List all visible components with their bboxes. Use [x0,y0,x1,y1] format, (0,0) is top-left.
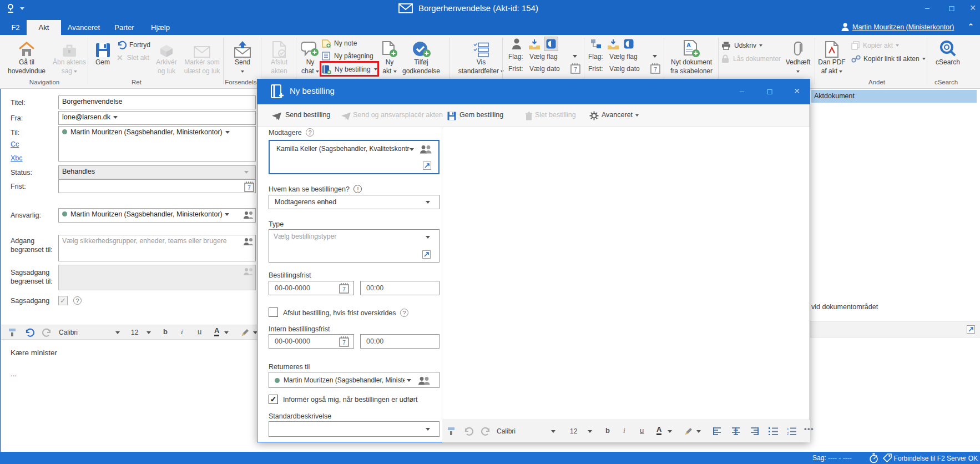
dialog-undo-icon[interactable] [463,427,473,436]
type-expand-icon[interactable] [422,250,431,259]
retur-field[interactable]: Martin Mouritzen (Sagsbehandler, Ministe… [269,372,440,388]
archive-and-close-button[interactable]: Arkivérog luk [151,37,182,85]
dialog-close[interactable]: ✕ [789,84,805,98]
new-document-from-template-button[interactable]: A Nyt dokumentfra skabeloner [666,37,717,85]
informer-checkbox[interactable]: ✓ [269,395,278,404]
size-caret[interactable] [147,331,151,334]
save-request-button[interactable]: Gem bestilling [459,111,503,119]
dialog-format-brush-icon[interactable] [447,427,456,436]
flag-value-2[interactable]: Vælg flag [609,53,638,60]
minimize-button[interactable]: – [919,1,936,14]
standard-dropdown[interactable] [269,421,440,437]
ansvarlig-person-icon[interactable] [243,211,254,219]
quick-access-caret[interactable] [20,7,24,10]
tab-hjaelp[interactable]: Hjælp [144,20,176,35]
copy-record-button[interactable]: Kopiér akt [851,39,899,52]
titel-field[interactable]: Borgerhenvendelse [58,95,256,109]
dialog-minimize[interactable]: – [734,84,750,98]
flag-caret-1[interactable] [573,55,577,58]
undo-icon-editor[interactable] [24,328,34,337]
modtagere-field[interactable]: Kamilla Keller (Sagsbehandler, Kvalitets… [269,140,440,174]
fra-field[interactable]: lone@larsen.dk [58,111,256,125]
expand-preview-icon[interactable] [967,325,975,334]
flag-toggle-pressed[interactable] [544,37,558,51]
quick-access-icon[interactable] [6,3,16,13]
advanced-button[interactable]: Avanceret [602,111,639,119]
calendar-icon-1[interactable]: 7 [570,63,580,74]
dialog-maximize[interactable]: ◻ [761,84,778,98]
tab-akt[interactable]: Akt [27,20,61,35]
font-color-caret[interactable] [224,331,229,334]
afslut-checkbox[interactable] [269,307,278,317]
intern-date-field[interactable]: 00-00-0000 7 [269,334,354,349]
til-field[interactable]: Martin Mouritzen (Sagsbehandler, Ministe… [58,126,256,162]
tag-icon[interactable] [883,453,892,462]
type-field[interactable]: Vælg bestillingstyper [269,229,440,263]
send-request-button[interactable]: Send bestilling [285,111,330,119]
sagsadgang-checkbox[interactable]: ✓ [58,296,68,305]
calendar-icon-2[interactable]: 7 [650,63,660,74]
go-to-main-window-button[interactable]: Gå tilhovedvindue [3,37,50,85]
send-button[interactable]: Send [226,37,259,85]
add-approval-button[interactable]: Tilføjgodkendelse [401,37,442,85]
frist-time-field[interactable]: 00:00 [360,281,440,295]
lock-documents-button[interactable]: Lås dokumenter [721,53,781,65]
more-tools-button[interactable]: ••• [804,425,814,433]
underline-button[interactable]: u [198,327,201,336]
frist-date-calendar-icon[interactable]: 7 [339,283,349,294]
dialog-font-color-caret[interactable] [668,430,672,433]
adgang-person-icon[interactable] [243,238,254,246]
adgang-field[interactable]: Vælg sikkerhedsgrupper, enheder, teams e… [58,235,256,261]
dialog-bold-button[interactable]: b [605,426,610,435]
delete-record-button[interactable]: ✕ Slet akt [117,52,149,64]
close-button[interactable]: ✕ [964,1,980,14]
dialog-size-caret[interactable] [588,430,592,433]
font-name[interactable]: Calibri [59,329,78,336]
cc-link[interactable]: Cc [11,140,19,148]
xbc-link[interactable]: Xbc [11,154,23,162]
dialog-font-caret[interactable] [551,430,555,433]
close-record-button[interactable]: Afslutakten [264,37,294,85]
align-right-icon[interactable] [750,427,759,435]
dialog-pen-caret[interactable] [696,430,701,433]
send-assign-button[interactable]: Send og ansvarsplacér akten [353,111,443,119]
tab-avanceret[interactable]: Avanceret [62,20,105,35]
new-record-button[interactable]: Nyakt [379,37,400,85]
intern-time-field[interactable]: 00:00 [360,334,440,349]
redo-icon-editor[interactable] [42,328,52,337]
attach-button[interactable]: Vedhæft [784,37,812,85]
modtagere-person-icon[interactable] [420,145,432,154]
frist-field[interactable]: 7 [58,179,256,193]
undo-button[interactable]: Fortryd [117,39,150,51]
save-button[interactable]: Gem [90,37,115,85]
csearch-button[interactable]: cSearch [930,37,966,85]
font-caret[interactable] [115,331,120,334]
open-case-button[interactable]: Åbn aktenssag [51,37,88,85]
dialog-italic-button[interactable]: i [623,426,625,435]
highlight-pen-icon[interactable] [241,328,250,337]
new-note-button[interactable]: Ny note [322,37,357,49]
tab-f2[interactable]: F2 [4,20,27,35]
editor-body-line2[interactable]: ... [11,370,17,378]
document-item-selected[interactable]: Aktdokument [811,90,977,103]
show-standard-fields-button[interactable]: Visstandardfelter [455,37,507,85]
flag-value-1[interactable]: Vælg flag [529,53,558,60]
frist-value-1[interactable]: Vælg dato [529,65,560,73]
editor-body-line1[interactable]: Kære minister [11,349,57,357]
ansvarlig-field[interactable]: Martin Mouritzen (Sagsbehandler, Ministe… [58,208,256,223]
copy-link-button[interactable]: Kopiér link til akten [851,53,926,65]
delete-request-button[interactable]: Slet bestilling [535,111,576,119]
collapse-ribbon-chevron[interactable]: ⌃ [968,22,974,31]
dialog-highlight-pen-icon[interactable] [684,427,693,436]
dialog-underline-button[interactable]: u [640,426,644,435]
sagsadgang-help-icon[interactable]: ? [73,296,82,305]
flag-o-icon-2[interactable] [624,39,634,49]
bullet-list-icon[interactable] [769,427,778,435]
retur-person-icon[interactable] [418,376,430,385]
frist-value-2[interactable]: Vælg dato [609,65,640,73]
italic-button[interactable]: i [181,327,183,336]
flag-caret-2[interactable] [653,55,657,58]
frist-calendar-icon[interactable]: 7 [244,181,254,192]
new-annotation-button[interactable]: Ny påtegning [322,50,373,62]
bold-button[interactable]: b [163,327,168,336]
